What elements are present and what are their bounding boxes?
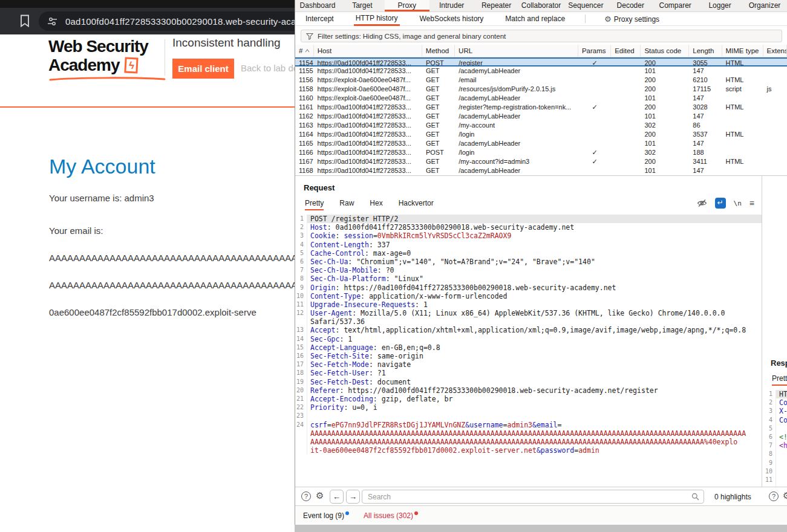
line-content: Sec-Fetch-User: ?1 [307, 369, 762, 377]
column-header-method[interactable]: Method [422, 45, 455, 57]
main-tab-logger[interactable]: Logger [697, 0, 742, 11]
main-tab-proxy[interactable]: Proxy [385, 0, 429, 11]
sub-tab-proxy-settings[interactable]: ⚙Proxy settings [602, 13, 661, 25]
main-tab-dashboard[interactable]: Dashboard [295, 0, 340, 11]
site-settings-icon[interactable] [47, 17, 57, 26]
email-client-button[interactable]: Email client [172, 59, 234, 79]
code-segment: : en-GB,en;q=0.8 [373, 343, 440, 352]
http-history-row[interactable]: 1163https://0ad100fd041ff2728533...GET/m… [295, 121, 787, 130]
panel-splitter[interactable] [762, 175, 762, 505]
bookmark-icon[interactable] [20, 15, 30, 27]
http-history-row[interactable]: 1156https://exploit-0ae600ee0487f...GET/… [295, 76, 787, 85]
sub-tab-intercept[interactable]: Intercept [304, 13, 336, 25]
main-tab-organizer[interactable]: Organizer [742, 0, 787, 11]
http-history-row[interactable]: 1164https://0ad100fd041ff2728533...GET/l… [295, 130, 787, 139]
code-segment: : max-age=0 [365, 249, 411, 258]
column-header-extension[interactable]: Extension [763, 45, 787, 57]
cell-url: /email [455, 76, 578, 85]
http-history-row[interactable]: 1161https://0ad100fd041ff2728533...GET/r… [295, 103, 787, 112]
cell-host: https://0ad100fd041ff2728533... [314, 148, 422, 157]
back-to-lab-link[interactable]: Back to lab de [241, 63, 298, 73]
main-tab-repeater[interactable]: Repeater [474, 0, 519, 11]
highlights-count: 0 highlights [714, 493, 751, 501]
http-history-row[interactable]: 1155https://0ad100fd041ff2728533...GET/a… [295, 66, 787, 76]
main-tab-sequencer[interactable]: Sequencer [563, 0, 608, 11]
column-header-length[interactable]: Length [689, 45, 722, 57]
sub-tab-websockets-history[interactable]: WebSockets history [418, 13, 486, 25]
request-editor-tabs: PrettyRawHexHackvertor [305, 199, 434, 210]
cell-mime [722, 121, 763, 130]
line-number: 24 [295, 421, 307, 429]
line-number [295, 446, 307, 455]
http-history-row[interactable]: 1154https://0ad100fd041ff2728533...POST/… [295, 57, 787, 66]
line-content [776, 467, 787, 476]
http-history-row[interactable]: 1158https://exploit-0ae600ee0487f...GET/… [295, 85, 787, 94]
code-segment: <! [779, 433, 787, 441]
request-tab-pretty[interactable]: Pretty [305, 199, 324, 210]
event-log-button[interactable]: Event log (9) [303, 511, 349, 520]
code-segment: Co [779, 416, 787, 424]
request-tab-raw[interactable]: Raw [339, 199, 354, 210]
http-history-row[interactable]: 1160https://exploit-0ae600ee0487f...GET/… [295, 94, 787, 103]
sub-tab-http-history[interactable]: HTTP history [354, 12, 400, 26]
main-tab-comparer[interactable]: Comparer [653, 0, 697, 11]
column-header-host[interactable]: Host [314, 45, 422, 57]
request-line: 1POST /register HTTP/2 [295, 215, 762, 223]
code-segment: : ?0 [377, 266, 394, 274]
request-line: 22Priority: u=0, i [295, 403, 762, 412]
cell-mime: HTML [722, 103, 763, 112]
editor-menu-icon[interactable]: ≡ [749, 198, 754, 208]
cell-edited [611, 94, 641, 103]
response-tab-pretty[interactable]: Pretty [772, 374, 787, 386]
search-prev-button[interactable]: ← [330, 490, 344, 504]
sub-tab-match-and-replace[interactable]: Match and replace [503, 13, 567, 25]
request-tab-hackvertor[interactable]: Hackvertor [399, 199, 434, 210]
line-content: Origin: https://0ad100fd041ff2728533300b… [307, 284, 762, 292]
web-security-academy-logo[interactable]: Web Security Academy ϟ [48, 37, 169, 75]
column-header-params[interactable]: Params [578, 45, 611, 57]
http-history-row[interactable]: 1167https://0ad100fd041ff2728533...GET/m… [295, 157, 787, 166]
cell-extension [763, 76, 787, 85]
request-line: 5Cache-Control: max-age=0 [295, 249, 762, 258]
request-tab-hex[interactable]: Hex [370, 199, 382, 210]
cell-mime: HTML [722, 76, 763, 85]
newline-toggle-icon[interactable]: \n [734, 199, 742, 207]
column-header-edited[interactable]: Edited [611, 45, 641, 57]
soft-wrap-icon[interactable]: ↵ [715, 198, 726, 209]
line-content [307, 412, 762, 420]
main-tab-target[interactable]: Target [340, 0, 385, 11]
response-help-icon[interactable]: ? [769, 491, 779, 501]
cell-host: https://0ad100fd041ff2728533... [314, 103, 422, 112]
editor-toolbar-icons: ↵ \n ≡ [697, 198, 754, 209]
column-header-mime-type[interactable]: MIME type [722, 45, 763, 57]
help-icon[interactable]: ? [301, 491, 311, 501]
cell-status: 200 [641, 103, 689, 112]
hide-nonprintable-icon[interactable] [697, 199, 707, 207]
main-tab-decoder[interactable]: Decoder [608, 0, 653, 11]
request-line: AAAAAAAAAAAAAAAAAAAAAAAAAAAAAAAAAAAAAAAA… [295, 438, 762, 446]
main-tab-intruder[interactable]: Intruder [429, 0, 474, 11]
http-history-row[interactable]: 1166https://0ad100fd041ff2728533...POST/… [295, 148, 787, 157]
column-header-url[interactable]: URL [455, 45, 578, 57]
response-line: 11 [764, 476, 787, 484]
column-header-status-code[interactable]: Status code [641, 45, 689, 57]
column-header--[interactable]: # [295, 45, 314, 57]
http-history-row[interactable]: 1162https://0ad100fd041ff2728533...GET/a… [295, 112, 787, 121]
main-tab-collaborator[interactable]: Collaborator [519, 0, 564, 11]
request-line: 23 [295, 412, 762, 420]
request-editor-content[interactable]: 1POST /register HTTP/22Host: 0ad100fd041… [295, 215, 762, 487]
code-segment: &username [465, 421, 503, 429]
response-gear-icon[interactable]: ⚙ [783, 490, 787, 501]
line-content: HT [776, 390, 787, 398]
lab-title: Inconsistent handling [172, 36, 299, 50]
http-history-row[interactable]: 1168https://0ad100fd041ff2728533...GET/a… [295, 166, 787, 175]
line-number: 12 [295, 309, 307, 317]
settings-gear-icon[interactable]: ⚙ [316, 490, 324, 501]
all-issues-button[interactable]: All issues (302) [364, 511, 418, 520]
cell-edited [611, 121, 641, 130]
filter-settings-bar[interactable]: Filter settings: Hiding CSS, image and g… [301, 30, 782, 42]
search-input[interactable] [362, 490, 704, 504]
http-history-row[interactable]: 1165https://0ad100fd041ff2728533...GET/a… [295, 139, 787, 148]
search-next-button[interactable]: → [346, 490, 360, 504]
code-segment: : u=0, i [344, 403, 377, 412]
